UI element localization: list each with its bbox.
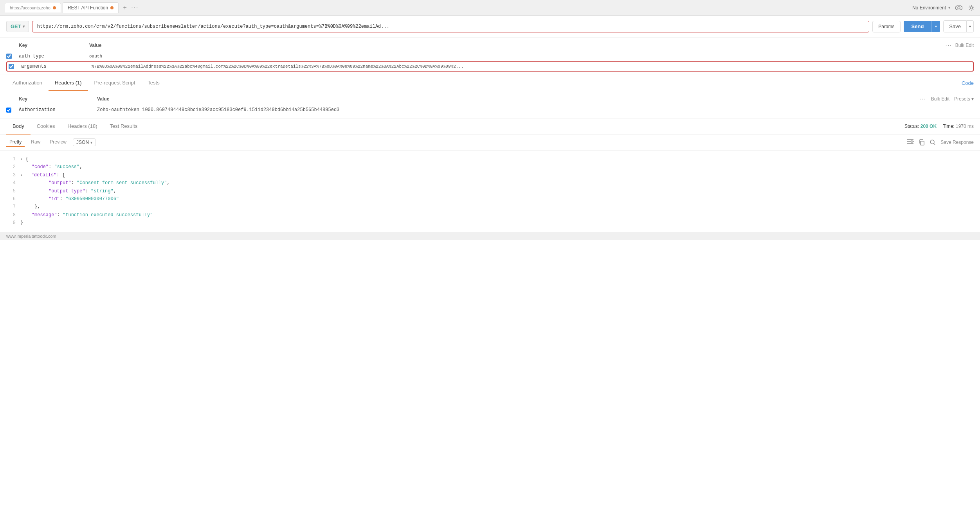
format-label: JSON xyxy=(76,140,89,145)
env-chevron-icon: ▾ xyxy=(948,5,950,10)
url-tab[interactable]: https://accounts.zoho xyxy=(5,3,61,13)
footer-bar: www.imperialtattoodx.com xyxy=(0,232,980,240)
code-line-1: 1 ▾ { xyxy=(6,155,974,163)
param-row-1: auth_type oauth xyxy=(6,51,974,61)
subtab-preview[interactable]: Preview xyxy=(47,138,70,147)
param-checkbox-1[interactable] xyxy=(6,54,19,59)
subtab-pretty[interactable]: Pretty xyxy=(6,138,25,147)
search-icon[interactable] xyxy=(930,139,936,145)
line-num-9: 9 xyxy=(6,219,16,227)
code-line-9: 9 } xyxy=(6,219,974,227)
time-label: Time: 1970 ms xyxy=(943,124,974,129)
eye-icon[interactable] xyxy=(955,4,963,12)
params-more-button[interactable]: ··· xyxy=(946,42,952,48)
headers-table-header: Key Value ··· Bulk Edit Presets ▾ xyxy=(6,94,974,103)
status-value: 200 OK xyxy=(921,124,937,129)
params-table-header: Key Value ··· Bulk Edit xyxy=(6,41,974,50)
code-line-3: 3 ▾ "details": { xyxy=(6,171,974,179)
environment-selector[interactable]: No Environment ▾ xyxy=(912,5,950,11)
headers-more-button[interactable]: ··· xyxy=(920,96,926,102)
param-check-1[interactable] xyxy=(6,54,12,59)
line-num-1: 1 xyxy=(6,155,16,163)
svg-point-2 xyxy=(970,7,973,9)
line-num-8: 8 xyxy=(6,211,16,219)
tab-headers[interactable]: Headers (1) xyxy=(49,75,88,91)
header-check-1[interactable] xyxy=(6,108,11,113)
param-checkbox-2[interactable] xyxy=(9,64,21,69)
url-input-wrapper xyxy=(32,21,869,32)
save-button[interactable]: Save xyxy=(943,20,967,32)
line-content-7: }, xyxy=(20,203,40,211)
code-line-7: 7 }, xyxy=(6,203,974,211)
code-line-8: 8 "message": "function executed successf… xyxy=(6,211,974,219)
save-dropdown-button[interactable]: ▾ xyxy=(967,20,974,32)
line-content-8: "message": "function executed successful… xyxy=(20,211,153,219)
header-row-1: Authorization Zoho-oauthtoken 1000.86074… xyxy=(6,105,974,115)
params-button[interactable]: Params xyxy=(872,21,900,32)
url-input[interactable] xyxy=(32,21,869,32)
svg-line-8 xyxy=(934,144,935,145)
line-num-4: 4 xyxy=(6,179,16,187)
headers-table: Key Value ··· Bulk Edit Presets ▾ Author… xyxy=(0,91,980,118)
header-key-1: Authorization xyxy=(19,107,97,113)
header-checkbox-1[interactable] xyxy=(6,108,19,113)
status-label: Status: 200 OK xyxy=(904,124,937,129)
copy-icon[interactable] xyxy=(919,139,925,145)
code-button[interactable]: Code xyxy=(962,80,974,86)
gear-icon[interactable] xyxy=(967,4,975,12)
send-dropdown-button[interactable]: ▾ xyxy=(931,21,940,32)
resp-tab-cookies[interactable]: Cookies xyxy=(31,118,61,135)
code-line-5: 5 "output_type": "string", xyxy=(6,187,974,195)
line-content-4: "output": "Consent form sent successfull… xyxy=(20,179,170,187)
json-code-area: 1 ▾ { 2 "code": "success", 3 ▾ "details"… xyxy=(0,151,980,232)
line-content-1: ▾ { xyxy=(20,155,28,163)
tab-tests[interactable]: Tests xyxy=(141,75,166,91)
format-chevron-icon: ▾ xyxy=(90,140,92,145)
method-selector[interactable]: GET ▾ xyxy=(6,21,29,32)
param-value-2: %7B%0D%0A%09%22emailAddress%22%3A%22abc%… xyxy=(92,64,971,69)
param-check-2[interactable] xyxy=(9,64,14,69)
footer-website: www.imperialtattoodx.com xyxy=(6,234,56,239)
resp-tab-headers[interactable]: Headers (18) xyxy=(61,118,104,135)
wrap-icon[interactable] xyxy=(907,138,914,146)
env-label: No Environment xyxy=(912,5,946,11)
resp-tab-test-results[interactable]: Test Results xyxy=(103,118,144,135)
tab-label: REST API Function xyxy=(68,5,108,11)
headers-actions: ··· Bulk Edit Presets ▾ xyxy=(920,96,974,102)
save-btn-group: Save ▾ xyxy=(943,20,974,32)
send-button[interactable]: Send xyxy=(904,21,932,32)
request-tabs: Authorization Headers (1) Pre-request Sc… xyxy=(0,75,980,91)
request-bar: GET ▾ Params Send ▾ Save ▾ xyxy=(0,16,980,38)
method-chevron-icon: ▾ xyxy=(23,24,25,29)
param-value-1: oauth xyxy=(89,54,974,59)
svg-rect-6 xyxy=(921,141,924,145)
headers-key-col: Key xyxy=(19,96,97,102)
presets-button[interactable]: Presets ▾ xyxy=(954,96,974,102)
more-tabs-button[interactable]: ··· xyxy=(131,4,139,11)
response-tabs-bar: Body Cookies Headers (18) Test Results S… xyxy=(0,118,980,135)
headers-bulk-edit-button[interactable]: Bulk Edit xyxy=(931,96,949,102)
add-tab-button[interactable]: + xyxy=(120,3,130,13)
params-bulk-edit-button[interactable]: Bulk Edit xyxy=(955,43,974,48)
resp-tab-body[interactable]: Body xyxy=(6,118,31,135)
line-content-3: ▾ "details": { xyxy=(20,171,65,179)
code-line-6: 6 "id": "63095000000077006" xyxy=(6,195,974,203)
params-actions: ··· Bulk Edit xyxy=(946,42,974,48)
svg-point-1 xyxy=(958,7,960,9)
line-num-6: 6 xyxy=(6,195,16,203)
format-selector[interactable]: JSON ▾ xyxy=(73,138,96,146)
rest-api-tab[interactable]: REST API Function xyxy=(63,2,119,13)
save-response-button[interactable]: Save Response xyxy=(940,140,974,145)
tab-url-label: https://accounts.zoho xyxy=(10,5,50,10)
params-table: Key Value ··· Bulk Edit auth_type oauth … xyxy=(0,38,980,75)
subtab-raw[interactable]: Raw xyxy=(28,138,43,147)
body-subtabs-right: Save Response xyxy=(907,138,974,146)
line-num-7: 7 xyxy=(6,203,16,211)
tab-authorization[interactable]: Authorization xyxy=(6,75,49,91)
top-right-actions: No Environment ▾ xyxy=(912,4,975,12)
tab-pre-request[interactable]: Pre-request Script xyxy=(88,75,142,91)
method-label: GET xyxy=(11,23,21,29)
line-content-5: "output_type": "string", xyxy=(20,187,116,195)
response-status: Status: 200 OK Time: 1970 ms xyxy=(904,124,974,129)
headers-value-col: Value xyxy=(97,96,920,102)
